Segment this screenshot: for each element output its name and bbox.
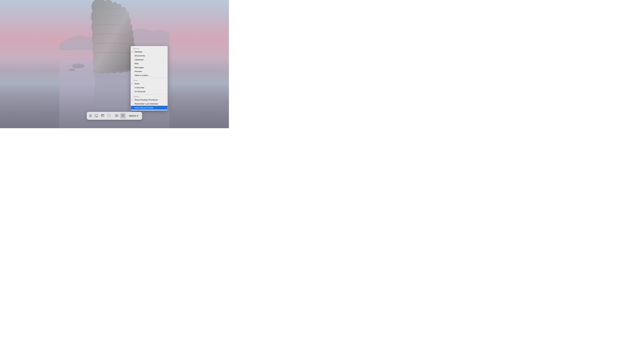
capture-screen-icon — [95, 114, 98, 117]
menu-item-none[interactable]: ✓ None — [131, 82, 168, 86]
options-button[interactable]: Options ▾ — [127, 114, 140, 118]
clipboard-label: Clipboard — [134, 58, 144, 61]
documents-label: Documents — [134, 54, 145, 57]
preview-label: Preview — [134, 70, 142, 73]
menu-item-remember-selection[interactable]: Remember Last Selection — [131, 102, 168, 106]
menu-item-desktop[interactable]: ✓ Desktop — [131, 50, 168, 54]
timer-header: Timer — [131, 79, 168, 82]
record-selection-icon — [121, 114, 125, 117]
menu-item-floating-thumbnail[interactable]: ✓ Show Floating Thumbnail — [131, 98, 168, 102]
show-mouse-pointer-label: Show Mouse Pointer — [134, 106, 154, 109]
save-to-header: Save to — [131, 47, 168, 50]
menu-item-5seconds[interactable]: 5 Seconds — [131, 86, 168, 89]
floating-thumbnail-label: Show Floating Thumbnail — [134, 99, 158, 101]
capture-window-button[interactable] — [100, 113, 106, 119]
chevron-down-icon: ▾ — [137, 114, 138, 117]
svg-point-14 — [116, 115, 117, 116]
timer-section: Timer ✓ None 5 Seconds 10 Seconds — [131, 78, 168, 94]
menu-item-10seconds[interactable]: 10 Seconds — [131, 89, 168, 93]
svg-point-3 — [69, 69, 75, 71]
check-none: ✓ — [132, 83, 133, 85]
none-label: None — [134, 82, 140, 85]
close-icon: ✕ — [90, 115, 91, 117]
5seconds-label: 5 Seconds — [134, 86, 144, 89]
record-selection-button[interactable] — [120, 113, 126, 119]
mail-label: Mail — [134, 62, 138, 65]
menu-item-other-location[interactable]: Other Location... — [131, 73, 168, 77]
record-screen-button[interactable] — [114, 113, 120, 119]
options-label: Options — [129, 114, 136, 117]
capture-selection-icon — [107, 114, 111, 117]
other-location-label: Other Location... — [134, 74, 150, 76]
toolbar-divider — [113, 114, 113, 118]
messages-label: Messages — [134, 66, 144, 69]
menu-item-clipboard[interactable]: Clipboard — [131, 58, 168, 62]
desktop-label: Desktop — [134, 51, 142, 53]
menu-item-show-mouse-pointer[interactable]: Show Mouse Pointer — [131, 106, 168, 110]
svg-rect-12 — [108, 114, 110, 117]
svg-point-11 — [102, 115, 102, 115]
svg-point-16 — [122, 115, 124, 116]
screenshot-toolbar: ✕ Opt — [87, 112, 142, 120]
svg-point-10 — [102, 115, 102, 115]
capture-window-icon — [101, 114, 104, 117]
check-desktop: ✓ — [132, 51, 133, 53]
menu-item-preview[interactable]: Preview — [131, 69, 168, 73]
options-dropdown: Save to ✓ Desktop Documents Clipboard Ma… — [131, 46, 168, 110]
menu-item-messages[interactable]: Messages — [131, 65, 168, 69]
check-floating: ✓ — [132, 99, 133, 101]
capture-selection-button[interactable] — [106, 113, 112, 119]
capture-entire-screen-button[interactable] — [94, 113, 99, 119]
close-button[interactable]: ✕ — [89, 114, 92, 117]
desktop-background — [0, 0, 229, 128]
remember-selection-label: Remember Last Selection — [134, 103, 158, 105]
svg-rect-8 — [95, 115, 98, 117]
options-section: Options ✓ Show Floating Thumbnail Rememb… — [131, 94, 168, 110]
svg-point-1 — [72, 64, 84, 68]
record-screen-icon — [115, 114, 118, 117]
menu-item-mail[interactable]: Mail — [131, 62, 168, 65]
save-to-section: Save to ✓ Desktop Documents Clipboard Ma… — [131, 46, 168, 78]
menu-item-documents[interactable]: Documents — [131, 54, 168, 58]
options-header: Options — [131, 95, 168, 98]
10seconds-label: 10 Seconds — [134, 90, 146, 93]
